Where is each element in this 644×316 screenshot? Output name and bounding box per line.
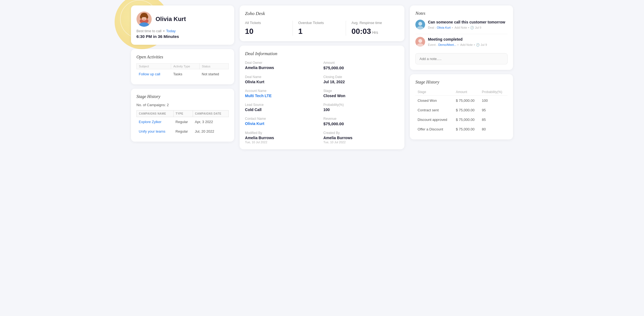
stage-history-left-title: Stage History <box>136 94 229 99</box>
col-campaigns-date: CAMPAIGNS DATE <box>193 111 228 117</box>
note-link[interactable]: Demo/Meet... <box>438 43 456 46</box>
deal-label: Deal Owner <box>245 61 321 65</box>
note-date: Jul 9 <box>474 26 481 29</box>
stage-amount: $ 75,000.00 <box>454 115 479 124</box>
list-item: Explore Zylker Regular Apr, 3 2022 <box>137 117 229 127</box>
deal-field: Lead Source Cold Call <box>245 103 321 112</box>
stage-history-left-card: Stage History No. of Campaigns: 2 CAMPAI… <box>131 89 234 142</box>
note-type: Event - <box>428 43 438 46</box>
deal-field: Created By Amelia BurrowsTue, 10 Jul 202… <box>323 131 399 144</box>
deal-field: Probability(%) 100 <box>323 103 399 112</box>
call-time: 6:30 PM in 36 Minutes <box>136 34 229 39</box>
stage-probability: 80 <box>480 124 508 134</box>
zoho-desk-card: Zoho Desk All Tickets 10 Overdue Tickets… <box>240 5 404 41</box>
campaign-name[interactable]: Explore Zylker <box>137 117 174 127</box>
deal-value[interactable]: Olivia Kurt <box>245 121 321 126</box>
note-add-action[interactable]: Add Note <box>454 26 467 29</box>
sh-col-probability: Probability(%) <box>480 88 508 96</box>
note-text: Meeting completed <box>428 37 508 42</box>
col-type: TYPE <box>173 111 193 117</box>
list-item: Contract sent $ 75,000.00 95 <box>415 105 508 115</box>
stage-history-right-title: Stage History <box>415 80 508 85</box>
deal-information-title: Deal Information <box>245 51 399 56</box>
deal-value: Cold Call <box>245 108 321 112</box>
note-icon: 🕐 <box>476 43 480 46</box>
deal-value: Olivia Kurt <box>245 80 321 84</box>
note-add-action[interactable]: Add Note <box>460 43 473 46</box>
notes-list: Can someone call this customer tomorrow … <box>415 20 508 47</box>
activity-status: Not started <box>199 69 228 79</box>
stage-amount: $ 75,000.00 <box>454 105 479 115</box>
deal-label: Contact Name <box>245 117 321 121</box>
activities-table: Subject Activity Type Status Follow up c… <box>136 63 229 79</box>
stage-history-right-card: Stage History Stage Amount Probability(%… <box>410 74 513 139</box>
note-icon: 🕐 <box>470 26 474 29</box>
deal-label: Account Name <box>245 89 321 93</box>
deal-value: Closed Won <box>323 94 399 98</box>
stage-history-table: Stage Amount Probability(%) Closed Won $… <box>415 88 508 134</box>
svg-point-15 <box>418 39 422 43</box>
activity-subject[interactable]: Follow up call <box>137 69 171 79</box>
deal-value: $75,000.00 <box>323 121 399 126</box>
metric-item: All Tickets 10 <box>245 21 293 36</box>
deal-value: $75,000.00 <box>323 65 399 70</box>
today-badge: Today <box>166 29 176 33</box>
stage-amount: $ 75,000.00 <box>454 124 479 134</box>
deal-field: Deal Owner Amelia Burrows <box>245 61 321 70</box>
table-row: Follow up call Tasks Not started <box>137 69 229 79</box>
metric-label: Overdue Tickets <box>298 21 340 25</box>
open-activities-title: Open Activities <box>136 55 229 59</box>
notes-card: Notes Can someone call this customer tom… <box>410 5 513 70</box>
deal-value: Jul 18, 2022 <box>323 80 399 84</box>
note-link[interactable]: Olivia Kurt <box>437 26 451 29</box>
deal-value[interactable]: Multi Tech LTE <box>245 94 321 98</box>
deal-field: Closing Date Jul 18, 2022 <box>323 75 399 84</box>
campaign-date: Jul, 20 2022 <box>193 127 228 136</box>
deal-value: Amelia BurrowsTue, 10 Jul 2022 <box>245 136 321 144</box>
list-item: Discount approved $ 75,000.00 85 <box>415 115 508 124</box>
middle-column: Zoho Desk All Tickets 10 Overdue Tickets… <box>240 5 404 149</box>
deal-field: Modified By Amelia BurrowsTue, 10 Jul 20… <box>245 131 321 144</box>
note-type: Deal - <box>428 26 437 29</box>
dropdown-arrow-icon[interactable]: ▾ <box>163 29 165 32</box>
deal-field: Amount $75,000.00 <box>323 61 399 70</box>
svg-point-10 <box>146 15 148 19</box>
contact-avatar <box>136 11 152 27</box>
deal-label: Revenue <box>323 117 399 121</box>
note-avatar <box>415 37 425 47</box>
sh-col-stage: Stage <box>415 88 454 96</box>
deal-value: 100 <box>323 108 399 112</box>
deal-label: Deal Name <box>245 75 321 79</box>
list-item: Unify your teams Regular Jul, 20 2022 <box>137 127 229 136</box>
note-item: Can someone call this customer tomorrow … <box>415 20 508 29</box>
stage-probability: 100 <box>480 96 508 106</box>
sh-col-amount: Amount <box>454 88 479 96</box>
deal-field: Stage Closed Won <box>323 89 399 98</box>
note-avatar <box>415 20 425 29</box>
deal-label: Modified By <box>245 131 321 135</box>
col-campaigns-name: CAMPAIGNS NAME <box>137 111 174 117</box>
stage-name: Discount approved <box>415 115 454 124</box>
deal-grid: Deal Owner Amelia Burrows Amount $75,000… <box>245 61 399 144</box>
campaign-type: Regular <box>173 117 193 127</box>
stage-probability: 85 <box>480 115 508 124</box>
note-content: Meeting completed Event - Demo/Meet...• … <box>428 37 508 47</box>
col-activity-type: Activity Type <box>171 64 200 69</box>
deal-field: Account Name Multi Tech LTE <box>245 89 321 98</box>
zoho-desk-title: Zoho Desk <box>245 11 399 16</box>
metric-item: Overdue Tickets 1 <box>293 21 346 36</box>
col-status: Status <box>199 64 228 69</box>
metric-value: 10 <box>245 27 287 36</box>
deal-label: Stage <box>323 89 399 93</box>
deal-label: Lead Source <box>245 103 321 107</box>
metric-label: All Tickets <box>245 21 287 25</box>
metric-label: Avg. Respinse time <box>351 21 393 25</box>
campaign-name[interactable]: Unify your teams <box>137 127 174 136</box>
add-note-input[interactable] <box>415 53 508 64</box>
deal-information-card: Deal Information Deal Owner Amelia Burro… <box>240 46 404 149</box>
notes-title: Notes <box>415 11 508 16</box>
list-item: Offer a Discount $ 75,000.00 80 <box>415 124 508 134</box>
metric-value: 00:03Hrs <box>351 27 393 36</box>
note-text: Can someone call this customer tomorrow <box>428 20 508 25</box>
stage-name: Contract sent <box>415 105 454 115</box>
